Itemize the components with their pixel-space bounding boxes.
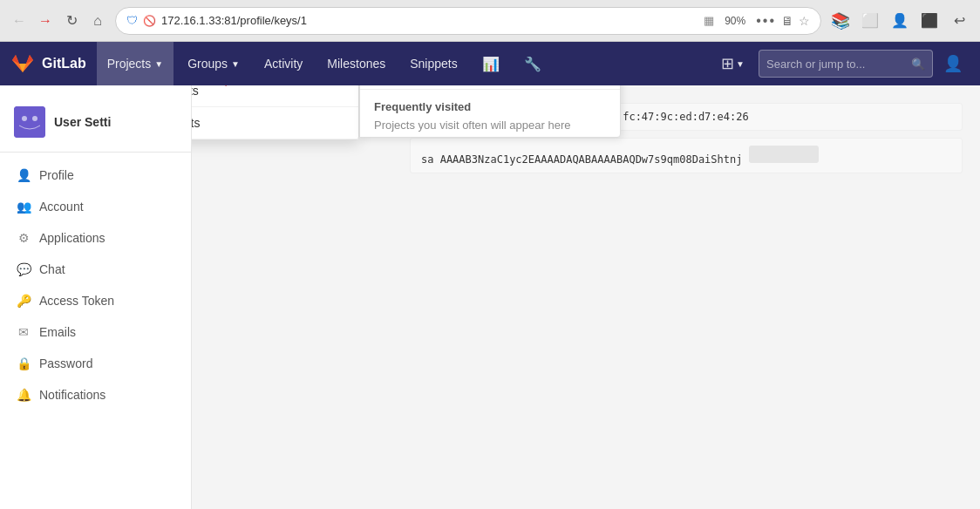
key-blur bbox=[749, 146, 819, 163]
library-icon[interactable]: 📚 bbox=[828, 9, 853, 33]
chat-icon: 💬 bbox=[17, 262, 31, 276]
nav-milestones-label: Milestones bbox=[327, 57, 385, 71]
sidebar-item-password[interactable]: 🔒 Password bbox=[0, 348, 191, 379]
emails-icon: ✉ bbox=[17, 325, 31, 339]
sidebar-item-notifications[interactable]: 🔔 Notifications bbox=[0, 379, 191, 411]
projects-chevron-icon: ▼ bbox=[154, 59, 163, 69]
nav-snippets-label: Snippets bbox=[410, 57, 457, 71]
content-area: int: 8d:a3:f4:91:7c:5e:f2:52:79:fc:47:9c… bbox=[192, 85, 980, 509]
sidebar-notifications-label: Notifications bbox=[39, 388, 105, 402]
svg-point-1 bbox=[22, 116, 27, 121]
sidebar-user: User Setti bbox=[0, 99, 191, 153]
nav-groups[interactable]: Groups ▼ bbox=[177, 42, 250, 85]
forward-button[interactable]: → bbox=[35, 10, 56, 31]
nav-user-icon[interactable]: 👤 bbox=[936, 54, 970, 73]
qr-icon: ▦ bbox=[704, 14, 714, 27]
gitlab-fox-icon bbox=[10, 51, 35, 76]
sidebar-chat-label: Chat bbox=[39, 262, 65, 276]
sidebar-item-emails[interactable]: ✉ Emails bbox=[0, 316, 191, 348]
sidebar-avatar bbox=[14, 106, 45, 138]
sidebar-item-profile[interactable]: 👤 Profile bbox=[0, 159, 191, 191]
nav-activity-label: Activity bbox=[264, 57, 303, 71]
nav-activity[interactable]: Activity bbox=[254, 42, 313, 85]
url-text: 172.16.1.33:81/profile/keys/1 bbox=[161, 14, 698, 27]
frequently-visited-title: Frequently visited bbox=[374, 100, 606, 113]
security-shield-icon: 🛡 bbox=[126, 14, 138, 27]
profile-icon: 👤 bbox=[17, 168, 31, 182]
key-value-text: sa AAAAB3NzaC1yc2EAAAADAQABAAAABAQDw7s9q… bbox=[410, 138, 963, 173]
gitlab-navbar: GitLab Projects ▼ Groups ▼ Activity Mile… bbox=[0, 42, 980, 85]
frequently-visited-desc: Projects you visit often will appear her… bbox=[374, 119, 606, 132]
main-layout: User Setti 👤 Profile 👥 Account ⚙ Applica… bbox=[0, 85, 980, 509]
browser-chrome: ← → ↻ ⌂ 🛡 🚫 172.16.1.33:81/profile/keys/… bbox=[0, 0, 980, 42]
nav-search-placeholder: Search or jump to... bbox=[766, 58, 865, 71]
blocked-icon: 🚫 bbox=[143, 15, 156, 27]
back-button[interactable]: ← bbox=[9, 10, 30, 31]
svg-point-2 bbox=[32, 116, 37, 121]
nav-projects-label: Projects bbox=[107, 57, 152, 71]
bookmark-icon[interactable]: ☆ bbox=[799, 14, 810, 28]
back-arrow-icon[interactable]: ↩ bbox=[947, 9, 971, 33]
nav-search-icon: 🔍 bbox=[911, 58, 925, 71]
groups-chevron-icon: ▼ bbox=[231, 59, 240, 69]
sidebar-account-label: Account bbox=[39, 200, 84, 214]
sync-icon[interactable]: ⬛ bbox=[917, 9, 942, 33]
browser-actions: 📚 ⬜ 👤 ⬛ ↩ bbox=[828, 9, 971, 33]
sidebar-item-applications[interactable]: ⚙ Applications bbox=[0, 222, 191, 254]
sidebar-item-access-token[interactable]: 🔑 Access Token bbox=[0, 285, 191, 316]
sidebar-access-token-label: Access Token bbox=[39, 294, 114, 308]
sidebar-applications-label: Applications bbox=[39, 231, 105, 245]
notifications-icon: 🔔 bbox=[17, 388, 31, 402]
applications-icon: ⚙ bbox=[17, 231, 31, 245]
nav-snippets[interactable]: Snippets bbox=[399, 42, 467, 85]
nav-buttons: ← → ↻ ⌂ bbox=[9, 10, 108, 31]
nav-projects[interactable]: Projects ▼ bbox=[97, 42, 174, 85]
zoom-level[interactable]: 90% bbox=[719, 13, 751, 29]
address-bar[interactable]: 🛡 🚫 172.16.1.33:81/profile/keys/1 ▦ 90% … bbox=[115, 7, 821, 35]
nav-chart-icon[interactable]: 📊 bbox=[472, 42, 510, 85]
sidebar-emails-label: Emails bbox=[39, 325, 76, 339]
nav-search[interactable]: Search or jump to... 🔍 bbox=[759, 50, 933, 78]
home-button[interactable]: ⌂ bbox=[87, 10, 108, 31]
account-icon: 👥 bbox=[17, 200, 31, 214]
gitlab-text: GitLab bbox=[42, 56, 86, 71]
tabs-icon[interactable]: ⬜ bbox=[858, 9, 882, 33]
account-icon[interactable]: 👤 bbox=[888, 9, 912, 33]
more-options-icon[interactable]: ••• bbox=[756, 13, 776, 29]
nav-groups-label: Groups bbox=[187, 57, 228, 71]
sidebar-user-label: User Setti bbox=[54, 115, 111, 129]
password-icon: 🔒 bbox=[17, 356, 31, 370]
access-token-icon: 🔑 bbox=[17, 294, 31, 308]
nav-add-btn[interactable]: ⊞ ▼ bbox=[711, 42, 755, 85]
frequently-visited-section: Frequently visited Projects you visit of… bbox=[360, 90, 620, 137]
dropdown-explore-projects[interactable]: Explore projects bbox=[192, 107, 358, 139]
gitlab-logo[interactable]: GitLab bbox=[10, 51, 86, 76]
nav-settings-icon[interactable]: 🔧 bbox=[514, 42, 552, 85]
sidebar-profile-label: Profile bbox=[39, 168, 74, 182]
screen-icon: 🖥 bbox=[781, 14, 793, 28]
dropdown-starred-projects[interactable]: Starred projects bbox=[192, 85, 358, 107]
sidebar-password-label: Password bbox=[39, 356, 92, 370]
projects-dropdown: Your projects Starred projects Explore p… bbox=[192, 85, 359, 140]
nav-milestones[interactable]: Milestones bbox=[316, 42, 396, 85]
refresh-button[interactable]: ↻ bbox=[61, 10, 82, 31]
sidebar: User Setti 👤 Profile 👥 Account ⚙ Applica… bbox=[0, 85, 192, 509]
svg-rect-0 bbox=[14, 106, 45, 138]
sidebar-item-account[interactable]: 👥 Account bbox=[0, 191, 191, 222]
sidebar-item-chat[interactable]: 💬 Chat bbox=[0, 254, 191, 285]
add-chevron-icon: ▼ bbox=[736, 59, 745, 69]
